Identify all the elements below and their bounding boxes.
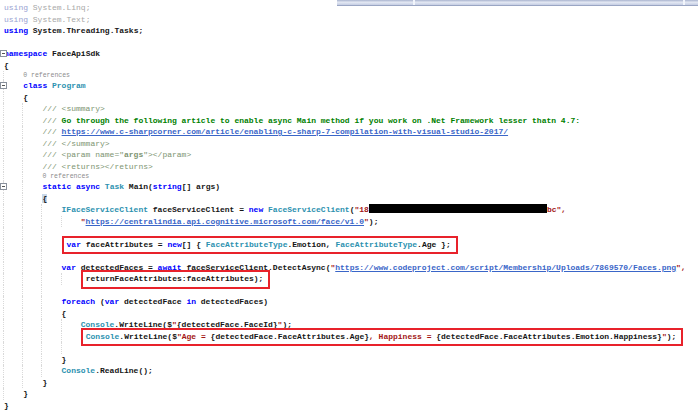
code-token: detectedFaces) (196, 297, 268, 306)
indent-guide (22, 227, 42, 239)
indent-guide (22, 319, 42, 331)
code-token: {detectedFace.FaceAttributes.Age} (211, 332, 369, 341)
code-token: Main (129, 182, 148, 191)
indent-guide (22, 273, 42, 285)
code-token: var (62, 263, 76, 272)
code-line[interactable]: Console.ReadLine(); (4, 365, 698, 377)
code-token: { (42, 194, 47, 203)
indent-guide (41, 319, 61, 331)
code-token: Program (52, 81, 86, 90)
indent-guide (3, 342, 23, 354)
code-line[interactable]: using System.Text; (4, 14, 698, 26)
code-token: { (62, 309, 67, 318)
code-line[interactable] (4, 37, 698, 49)
code-token: , Happiness = (369, 332, 436, 341)
code-token: /// <returns></returns> (42, 162, 152, 171)
code-line[interactable]: { (4, 193, 698, 205)
code-token: ( (95, 297, 105, 306)
indent-guide (22, 250, 42, 262)
hyperlink[interactable]: https://www.c-sharpcorner.com/article/en… (62, 127, 508, 136)
code-line[interactable]: /// Go through the following article to … (4, 115, 698, 127)
code-token: using (4, 3, 28, 12)
indent-guide (3, 365, 23, 377)
fold-collapse-icon[interactable] (0, 82, 7, 89)
code-line[interactable]: } (4, 354, 698, 366)
indent-guide (22, 172, 42, 181)
code-line[interactable]: namespace FaceApiSdk (4, 48, 698, 60)
code-line[interactable]: /// <summary> (4, 103, 698, 115)
indent-guide (3, 331, 23, 343)
code-line[interactable]: /// https://www.c-sharpcorner.com/articl… (4, 126, 698, 138)
code-line[interactable]: } (4, 377, 698, 389)
code-token: foreach (62, 297, 96, 306)
indent-guide (61, 273, 81, 285)
code-line[interactable]: { (4, 92, 698, 104)
indent-guide (3, 388, 23, 400)
code-token: System.Text; (28, 15, 90, 24)
hyperlink[interactable]: https://centralindia.api.cognitive.micro… (86, 217, 364, 226)
codelens-references[interactable]: 0 references (4, 172, 698, 181)
indent-guide (3, 115, 23, 127)
code-line[interactable]: returnFaceAttributes:faceAttributes); (4, 273, 698, 285)
indent-guide (22, 308, 42, 320)
code-line[interactable]: "https://centralindia.api.cognitive.micr… (4, 216, 698, 228)
code-token: { (23, 93, 28, 102)
code-token: ); (667, 332, 677, 341)
code-token: }; (436, 240, 450, 249)
indent-guide (3, 172, 23, 181)
code-line[interactable]: using System.Linq; (4, 2, 698, 14)
hyperlink[interactable]: https://www.codeproject.com/script/Membe… (335, 263, 676, 272)
indent-guide (41, 216, 61, 228)
indent-guide (61, 216, 81, 228)
code-line[interactable] (4, 342, 698, 354)
code-token: Go through the following article to enab… (62, 116, 580, 125)
indent-guide (3, 227, 23, 239)
indent-guide (3, 273, 23, 285)
code-token: , (326, 240, 336, 249)
code-token: using (4, 26, 28, 35)
code-line[interactable]: { (4, 308, 698, 320)
codelens-references[interactable]: 0 references (4, 71, 698, 80)
code-line[interactable]: } (4, 400, 698, 410)
code-area: using System.Linq;using System.Text;usin… (4, 2, 698, 410)
indent-guide (3, 71, 23, 80)
code-token: [] { (182, 240, 206, 249)
indent-guide (22, 342, 42, 354)
indent-guide (41, 331, 61, 343)
code-line[interactable]: static async Task Main(string[] args) (4, 181, 698, 193)
code-token: 0 references (23, 72, 70, 79)
code-line[interactable]: /// </summary> (4, 138, 698, 150)
code-token: class (23, 81, 47, 90)
code-token: in (186, 297, 196, 306)
indent-guide (41, 308, 61, 320)
code-line[interactable]: { (4, 60, 698, 72)
indent-guide (3, 377, 23, 389)
code-line[interactable]: IFaceServiceClient faceServiceClient = n… (4, 204, 698, 216)
fold-collapse-icon[interactable] (0, 183, 7, 190)
code-line[interactable]: foreach (var detectedFace in detectedFac… (4, 296, 698, 308)
code-token: var (67, 240, 81, 249)
code-line[interactable] (4, 250, 698, 262)
code-token: } (42, 378, 47, 387)
fold-collapse-icon[interactable] (0, 50, 7, 57)
code-line[interactable]: Console.WriteLine($"Age = {detectedFace.… (4, 331, 698, 343)
indent-guide (41, 239, 61, 251)
indent-guide (3, 193, 23, 205)
code-line[interactable] (4, 285, 698, 297)
code-token: .ReadLine(); (95, 366, 153, 375)
code-token: Task (105, 182, 124, 191)
indent-guide (41, 227, 61, 239)
code-token: FaceServiceClient (268, 205, 350, 214)
code-line[interactable]: class Program (4, 80, 698, 92)
code-line[interactable]: } (4, 388, 698, 400)
code-line[interactable]: using System.Threading.Tasks; (4, 25, 698, 37)
code-token: FaceAttributeType (335, 240, 417, 249)
code-line[interactable]: /// <returns></returns> (4, 161, 698, 173)
indent-guide (3, 354, 23, 366)
indent-guide (3, 204, 23, 216)
indent-guide (3, 149, 23, 161)
code-line[interactable]: /// <param name="args"></param> (4, 149, 698, 161)
indent-guide (22, 331, 42, 343)
code-line[interactable]: var faceAttributes = new[] { FaceAttribu… (4, 239, 698, 251)
indent-guide (22, 149, 42, 161)
